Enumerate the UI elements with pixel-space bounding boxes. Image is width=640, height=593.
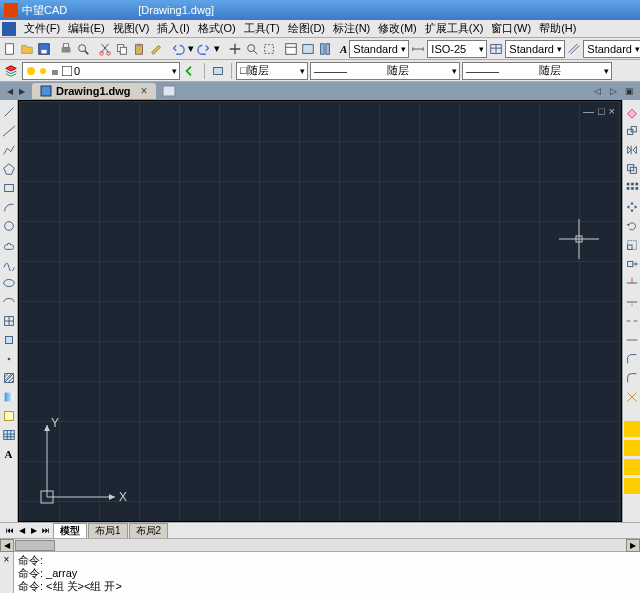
ltab-prev-icon[interactable]: ◀ [16,526,28,535]
circle-icon[interactable] [1,218,17,234]
matchprop-icon[interactable] [148,40,164,58]
props-icon[interactable] [283,40,299,58]
ltab-next-icon[interactable]: ▶ [28,526,40,535]
app-menu-icon[interactable] [2,22,16,36]
tablestyle-icon[interactable] [488,40,504,58]
scale-icon[interactable] [624,237,640,253]
tablestyle-dropdown[interactable]: Standard [505,40,565,58]
hatch-icon[interactable] [1,370,17,386]
model-canvas[interactable]: — □ × Y X [18,100,622,522]
tab-prev-icon[interactable]: ◀ [4,84,16,98]
gradient-icon[interactable] [1,389,17,405]
join-icon[interactable] [624,332,640,348]
layer-dropdown[interactable]: 0 [22,62,180,80]
menu-ext[interactable]: 扩展工具(X) [421,21,488,36]
menu-file[interactable]: 文件(F) [20,21,64,36]
h-scrollbar[interactable]: ◀ ▶ [0,539,640,552]
open-icon[interactable] [19,40,35,58]
trim-icon[interactable] [624,275,640,291]
line-icon[interactable] [1,104,17,120]
menu-draw[interactable]: 绘图(D) [284,21,329,36]
print-icon[interactable] [58,40,74,58]
palette2-icon[interactable] [624,440,640,456]
color-dropdown[interactable]: □随层 [236,62,308,80]
undo-dd-icon[interactable]: ▾ [187,40,195,58]
move-icon[interactable] [624,199,640,215]
spline-icon[interactable] [1,256,17,272]
menu-window[interactable]: 窗口(W) [487,21,535,36]
scroll-track[interactable] [14,539,626,551]
revcloud-icon[interactable] [1,237,17,253]
vp-close-icon[interactable]: × [609,105,615,117]
palette4-icon[interactable] [624,478,640,494]
scroll-right-icon[interactable]: ▶ [626,539,640,552]
palette3-icon[interactable] [624,459,640,475]
mlstyle-dropdown[interactable]: Standard [583,40,640,58]
chamfer-icon[interactable] [624,351,640,367]
break-icon[interactable] [624,313,640,329]
region-icon[interactable] [1,408,17,424]
xline-icon[interactable] [1,123,17,139]
copy-icon[interactable] [114,40,130,58]
model-tab[interactable]: 模型 [53,523,87,538]
menu-tools[interactable]: 工具(T) [240,21,284,36]
array-icon[interactable] [624,180,640,196]
explode-icon[interactable] [624,389,640,405]
menu-help[interactable]: 帮助(H) [535,21,580,36]
menu-dim[interactable]: 标注(N) [329,21,374,36]
copy2-icon[interactable] [624,123,640,139]
cmd-close-icon[interactable]: × [0,552,14,593]
menu-edit[interactable]: 编辑(E) [64,21,109,36]
tab-scroll-right[interactable]: ▷ [606,84,620,98]
menu-modify[interactable]: 修改(M) [374,21,421,36]
new-tab-icon[interactable] [162,84,178,98]
mlstyle-icon[interactable] [566,40,582,58]
textstyle-icon[interactable]: A [339,40,348,58]
zoom-win-icon[interactable] [261,40,277,58]
undo-icon[interactable] [170,40,186,58]
mtext-icon[interactable]: A [1,446,17,462]
erase-icon[interactable] [624,104,640,120]
tab-list-icon[interactable]: ▣ [622,84,636,98]
rectangle-icon[interactable] [1,180,17,196]
dimstyle-icon[interactable] [410,40,426,58]
paste-icon[interactable] [131,40,147,58]
tp-icon[interactable] [317,40,333,58]
redo-dd-icon[interactable]: ▾ [213,40,221,58]
stretch-icon[interactable] [624,256,640,272]
dimstyle-dropdown[interactable]: ISO-25 [427,40,487,58]
layout1-tab[interactable]: 布局1 [88,523,128,538]
layer-mgr-icon[interactable] [2,62,20,80]
rotate-icon[interactable] [624,218,640,234]
doc-tab[interactable]: Drawing1.dwg × [32,83,156,99]
tab-close-icon[interactable]: × [141,84,148,98]
zoom-rt-icon[interactable] [244,40,260,58]
redo-icon[interactable] [196,40,212,58]
pan-icon[interactable] [227,40,243,58]
layer-states-icon[interactable] [209,62,227,80]
menu-view[interactable]: 视图(V) [109,21,154,36]
cut-icon[interactable] [97,40,113,58]
layer-prev-icon[interactable] [182,62,200,80]
linetype-dropdown[interactable]: ———随层 [310,62,460,80]
menu-format[interactable]: 格式(O) [194,21,240,36]
new-icon[interactable] [2,40,18,58]
vp-max-icon[interactable]: □ [598,105,605,117]
pline-icon[interactable] [1,142,17,158]
tab-next-icon[interactable]: ▶ [16,84,28,98]
insert-icon[interactable] [1,313,17,329]
table-icon[interactable] [1,427,17,443]
scroll-thumb[interactable] [15,540,55,551]
ellipsearc-icon[interactable] [1,294,17,310]
menu-insert[interactable]: 插入(I) [153,21,193,36]
command-window[interactable]: 命令: 命令: _array 命令: <组 关><组 开> 命令: 命令: _a… [14,552,640,593]
ltab-first-icon[interactable]: ⏮ [4,526,16,535]
offset-icon[interactable] [624,161,640,177]
extend-icon[interactable] [624,294,640,310]
polygon-icon[interactable] [1,161,17,177]
ltab-last-icon[interactable]: ⏭ [40,526,52,535]
save-icon[interactable] [36,40,52,58]
mirror-icon[interactable] [624,142,640,158]
preview-icon[interactable] [75,40,91,58]
tab-scroll-left[interactable]: ◁ [590,84,604,98]
